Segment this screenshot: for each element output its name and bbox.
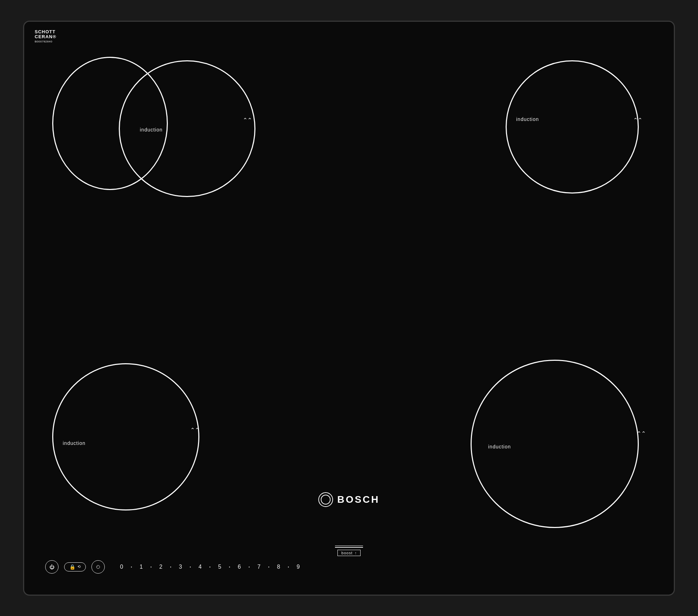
line-bottom bbox=[335, 547, 363, 548]
dot-6-7: ● bbox=[246, 566, 253, 568]
bosch-brand-text: BOSCH bbox=[337, 494, 379, 505]
top-right-burner-ring bbox=[506, 60, 639, 194]
dot-2-3: ● bbox=[167, 566, 174, 568]
dot-5-6: ● bbox=[226, 566, 233, 568]
induction-label-bottom-right: induction bbox=[488, 444, 511, 449]
scale-1[interactable]: 1 bbox=[135, 564, 148, 570]
induction-label-top-left: induction bbox=[140, 127, 163, 133]
dot-7-8: ● bbox=[265, 566, 272, 568]
zone-bottom-right[interactable]: induction ⌃⌃ bbox=[471, 360, 646, 532]
burners-area: induction ⌃⌃ induction ⌃⌃ induction ⌃⌃ i… bbox=[45, 39, 653, 539]
schott-ceran-logo: SCHOTT CERAN® bbox=[35, 29, 56, 40]
scale-4[interactable]: 4 bbox=[194, 564, 206, 570]
double-line-separator bbox=[335, 546, 363, 548]
line-top bbox=[335, 546, 363, 546]
boost-indicator: boost ↑ bbox=[335, 546, 363, 556]
bosch-inner-ring bbox=[321, 495, 330, 505]
bottom-left-burner-ring bbox=[52, 363, 199, 510]
scale-5[interactable]: 5 bbox=[213, 564, 226, 570]
scale-8[interactable]: 8 bbox=[272, 564, 285, 570]
zone-top-left[interactable]: induction ⌃⌃ bbox=[52, 46, 255, 194]
boost-arrows-top-right: ⌃⌃ bbox=[633, 116, 642, 124]
dot-1-2: ● bbox=[148, 566, 155, 568]
scale-6[interactable]: 6 bbox=[233, 564, 246, 570]
childlock-icon: ⟲ bbox=[77, 564, 81, 569]
scale-9[interactable]: 9 bbox=[292, 564, 304, 570]
scale-2[interactable]: 2 bbox=[155, 564, 167, 570]
dot-8-9: ● bbox=[285, 566, 292, 568]
boost-label: boost bbox=[341, 551, 353, 555]
control-row: ⏻ 🔒 ⟲ ⏲ 0 ● 1 ● 2 ● 3 ● 4 ● bbox=[45, 560, 653, 574]
lock-icon: 🔒 bbox=[69, 564, 75, 570]
dot-3-4: ● bbox=[187, 566, 194, 568]
scale-7[interactable]: 7 bbox=[253, 564, 265, 570]
power-button[interactable]: ⏻ bbox=[45, 560, 59, 574]
boost-arrows-top-left: ⌃⌃ bbox=[243, 116, 252, 124]
top-left-burner-ring bbox=[119, 60, 255, 197]
timer-button[interactable]: ⏲ bbox=[91, 560, 105, 574]
cooktop: SCHOTT CERAN® B000782840 induction ⌃⌃ in… bbox=[23, 21, 675, 596]
zone-bottom-left[interactable]: induction ⌃⌃ bbox=[52, 363, 206, 532]
induction-label-bottom-left: induction bbox=[63, 440, 85, 446]
boost-box[interactable]: boost ↑ bbox=[337, 550, 360, 556]
power-icon: ⏻ bbox=[49, 564, 54, 570]
induction-label-top-right: induction bbox=[516, 116, 539, 122]
boost-arrows-bottom-right: ⌃⌃ bbox=[637, 430, 646, 437]
control-panel: boost ↑ ⏻ 🔒 ⟲ ⏲ 0 ● 1 ● bbox=[45, 546, 653, 588]
bosch-logo: BOSCH bbox=[318, 492, 379, 507]
boost-arrows-bottom-left: ⌃⌃ bbox=[190, 426, 199, 434]
control-buttons-left: ⏻ 🔒 ⟲ ⏲ bbox=[45, 560, 105, 574]
dot-4-5: ● bbox=[206, 566, 213, 568]
scale-3[interactable]: 3 bbox=[174, 564, 187, 570]
boost-up-arrow-icon: ↑ bbox=[355, 551, 357, 555]
bosch-circle-emblem bbox=[318, 492, 333, 507]
lock-button[interactable]: 🔒 ⟲ bbox=[64, 562, 86, 571]
scale-0[interactable]: 0 bbox=[115, 564, 128, 570]
dot-0-1: ● bbox=[128, 566, 135, 568]
heat-scale: 0 ● 1 ● 2 ● 3 ● 4 ● 5 ● 6 ● 7 ● 8 ● 9 bbox=[115, 564, 653, 570]
timer-icon: ⏲ bbox=[96, 564, 101, 570]
zone-top-right[interactable]: induction ⌃⌃ bbox=[506, 46, 646, 194]
